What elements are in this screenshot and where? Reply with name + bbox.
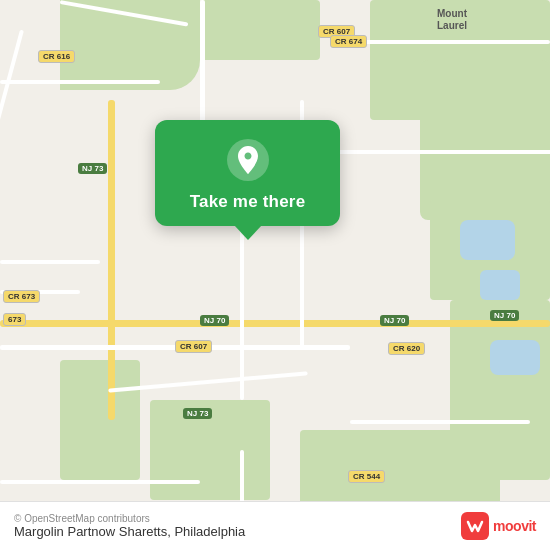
moovit-icon [461,512,489,540]
green-area-4 [420,60,550,220]
road-h1 [0,80,160,84]
label-cr674: CR 674 [330,35,367,48]
water-3 [490,340,540,375]
moovit-logo: moovit [461,512,536,540]
map-container: CR 607 CR 616 CR 674 CR 673 673 CR 607 C… [0,0,550,550]
location-name: Margolin Partnow Sharetts, Philadelphia [14,524,245,539]
label-cr544: CR 544 [348,470,385,483]
label-nj70-center: NJ 70 [200,315,229,326]
popup-card[interactable]: Take me there [155,120,340,226]
green-area-7 [60,360,140,480]
road-h5 [0,480,200,484]
popup-label: Take me there [190,192,306,212]
water-1 [460,220,515,260]
road-h3 [0,260,100,264]
copyright-text: © OpenStreetMap contributors [14,513,245,524]
water-2 [480,270,520,300]
road-nj70 [0,320,550,327]
green-area-2 [200,0,320,60]
label-cr616: CR 616 [38,50,75,63]
label-cr673: CR 673 [3,290,40,303]
bottom-bar: © OpenStreetMap contributors Margolin Pa… [0,501,550,550]
location-pin-icon [226,138,270,182]
bottom-left: © OpenStreetMap contributors Margolin Pa… [14,513,245,539]
label-mount-laurel: MountLaurel [435,8,469,32]
road-h2 [340,40,550,44]
label-cr673b: 673 [3,313,26,326]
label-nj73-bottom: NJ 73 [183,408,212,419]
label-nj73-left: NJ 73 [78,163,107,174]
moovit-text: moovit [493,518,536,534]
label-cr620: CR 620 [388,342,425,355]
road-nj73-v [108,100,115,420]
road-h6 [350,420,530,424]
label-nj70-far: NJ 70 [490,310,519,321]
label-cr607-center: CR 607 [175,340,212,353]
label-nj70-right: NJ 70 [380,315,409,326]
